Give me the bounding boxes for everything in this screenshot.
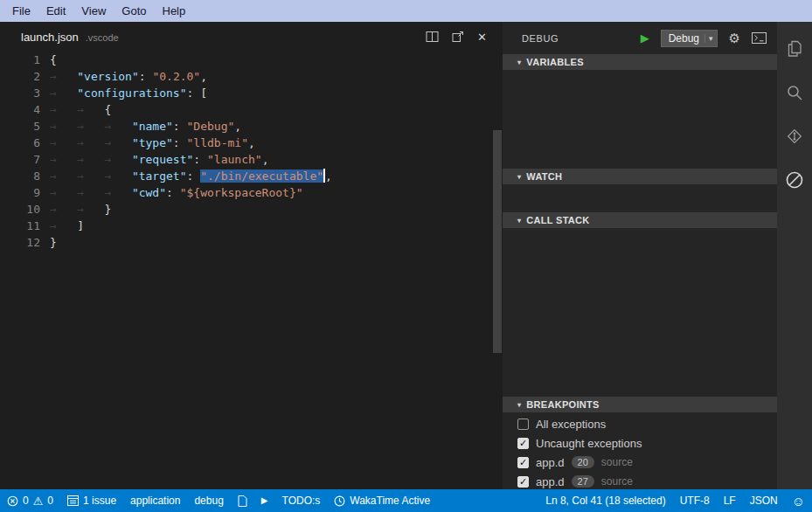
code-token: "request" <box>132 153 193 166</box>
code-line[interactable]: 7→→→"request": "launch", <box>0 151 492 168</box>
watch-section-header[interactable]: ▾ WATCH <box>503 169 777 184</box>
feedback-item[interactable]: ☺ <box>785 489 812 512</box>
warning-count: 0 <box>47 495 53 507</box>
breakpoint-item[interactable]: ✓app.d27source <box>503 472 777 491</box>
error-icon <box>7 495 18 507</box>
code-line[interactable]: 6→→→"type": "lldb-mi", <box>0 135 492 151</box>
code-token: } <box>50 236 57 249</box>
issues-label: 1 issue <box>83 495 116 507</box>
breakpoint-item[interactable]: All exceptions <box>503 414 777 433</box>
editor-area: launch.json .vscode ✕ 1{2→"version": "0.… <box>0 22 503 489</box>
tab-filename[interactable]: launch.json <box>21 31 79 44</box>
breakpoints-section-header[interactable]: ▾ BREAKPOINTS <box>503 397 777 412</box>
git-icon[interactable] <box>777 114 812 158</box>
code-token: : <box>173 136 187 149</box>
menu-bar: FileEditViewGotoHelp <box>0 0 812 22</box>
editor-scrollbar[interactable] <box>492 52 503 489</box>
code-token: , <box>325 170 332 183</box>
small-play-icon: ▶ <box>261 496 268 505</box>
breakpoint-checkbox[interactable]: ✓ <box>517 438 529 449</box>
whitespace-arrow: → <box>50 168 77 184</box>
search-icon[interactable] <box>777 71 812 114</box>
code-token: , <box>200 70 207 83</box>
watch-section-label: WATCH <box>526 171 562 182</box>
code-token: : <box>187 170 201 183</box>
editor-tab-bar: launch.json .vscode ✕ <box>0 22 503 52</box>
menu-goto[interactable]: Goto <box>114 2 154 20</box>
eol-item[interactable]: LF <box>717 489 743 512</box>
whitespace-arrow: → <box>105 118 132 135</box>
breakpoint-checkbox[interactable]: ✓ <box>517 476 529 488</box>
line-number: 4 <box>0 101 50 118</box>
code-line[interactable]: 1{ <box>0 52 492 68</box>
debug-console-icon[interactable] <box>752 32 767 44</box>
breakpoint-label: app.d <box>536 475 565 488</box>
encoding-item[interactable]: UTF-8 <box>673 489 717 512</box>
run-task-item[interactable]: ▶ <box>254 489 275 512</box>
whitespace-arrow: → <box>50 184 77 201</box>
menu-edit[interactable]: Edit <box>38 2 73 20</box>
smiley-icon: ☺ <box>792 495 805 508</box>
code-token: : <box>193 153 207 166</box>
code-token: ] <box>77 219 84 232</box>
breakpoint-checkbox[interactable] <box>517 419 529 430</box>
open-preview-icon[interactable] <box>452 31 464 43</box>
breakpoint-item[interactable]: ✓Uncaught exceptions <box>503 433 777 453</box>
variables-section-header[interactable]: ▾ VARIABLES <box>503 54 777 70</box>
debug-config-dropdown[interactable]: Debug ▾ <box>661 30 718 47</box>
collapse-triangle-icon: ▾ <box>517 59 521 66</box>
code-line[interactable]: 8→→→"target": "./bin/executable", <box>0 168 492 184</box>
breakpoint-item[interactable]: ✓app.d20source <box>503 453 777 472</box>
menu-help[interactable]: Help <box>155 2 194 20</box>
scrollbar-thumb[interactable] <box>493 130 502 353</box>
code-line[interactable]: 2→"version": "0.2.0", <box>0 68 492 85</box>
clock-icon <box>334 495 345 507</box>
code-line[interactable]: 4→→{ <box>0 101 492 118</box>
start-debug-button[interactable]: ▶ <box>641 32 649 44</box>
breakpoint-source-label: source <box>601 475 633 488</box>
debug-disabled-icon[interactable] <box>777 158 812 202</box>
code-line[interactable]: 3→"configurations": [ <box>0 85 492 101</box>
whitespace-arrow: → <box>105 184 132 201</box>
file-icon-item[interactable] <box>231 489 254 512</box>
code-line[interactable]: 9→→→"cwd": "${workspaceRoot}" <box>0 184 492 201</box>
application-item[interactable]: application <box>123 489 187 512</box>
collapse-triangle-icon: ▾ <box>517 401 521 409</box>
variables-content <box>503 70 777 169</box>
breakpoint-checkbox[interactable]: ✓ <box>517 457 529 468</box>
language-mode-item[interactable]: JSON <box>743 489 785 512</box>
problems-indicator[interactable]: 0 ⚠ 0 <box>0 489 60 512</box>
whitespace-arrow: → <box>50 201 77 218</box>
call-stack-section-header[interactable]: ▾ CALL STACK <box>503 212 777 228</box>
close-tab-icon[interactable]: ✕ <box>477 31 487 43</box>
explorer-icon[interactable] <box>777 27 812 71</box>
code-line[interactable]: 11→] <box>0 218 492 234</box>
menu-view[interactable]: View <box>73 2 114 20</box>
code-editor[interactable]: 1{2→"version": "0.2.0",3→"configurations… <box>0 52 492 489</box>
line-number-badge: 27 <box>572 475 594 488</box>
issues-list-icon <box>67 495 79 506</box>
line-number: 9 <box>0 184 50 201</box>
debug-mode-label: debug <box>194 495 223 507</box>
menu-file[interactable]: File <box>4 2 38 20</box>
watch-content <box>503 184 777 212</box>
whitespace-arrow: → <box>105 151 132 168</box>
cursor-position-label: Ln 8, Col 41 (18 selected) <box>545 495 665 507</box>
line-number: 5 <box>0 118 50 135</box>
breakpoint-label: All exceptions <box>536 418 606 431</box>
issues-item[interactable]: 1 issue <box>60 489 123 512</box>
status-bar: 0 ⚠ 0 1 issue application debug <box>0 489 812 512</box>
gear-icon[interactable]: ⚙ <box>729 31 740 45</box>
split-editor-icon[interactable] <box>426 31 439 43</box>
application-label: application <box>130 495 180 507</box>
todos-item[interactable]: TODO:s <box>275 489 328 512</box>
code-line[interactable]: 10→→} <box>0 201 492 218</box>
code-line[interactable]: 5→→→"name": "Debug", <box>0 118 492 135</box>
debug-config-value: Debug <box>669 32 699 45</box>
debug-mode-item[interactable]: debug <box>187 489 230 512</box>
code-token: "0.2.0" <box>152 70 200 83</box>
debug-sidebar: DEBUG ▶ Debug ▾ ⚙ ▾ VARIABLES ▾ WATCH ▾ … <box>503 22 777 489</box>
wakatime-item[interactable]: WakaTime Active <box>327 489 437 512</box>
code-line[interactable]: 12} <box>0 234 492 251</box>
cursor-position-item[interactable]: Ln 8, Col 41 (18 selected) <box>538 489 672 512</box>
